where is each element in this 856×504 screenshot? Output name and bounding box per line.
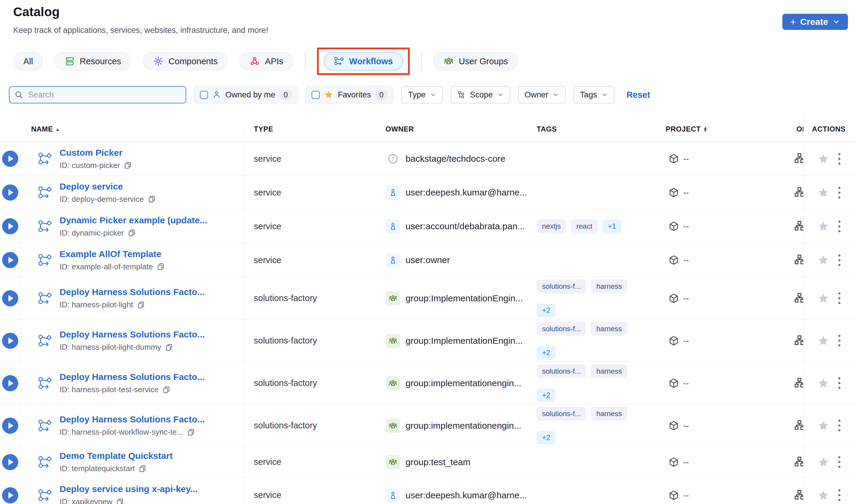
owned-by-me-filter[interactable]: Owned by me 0 bbox=[194, 86, 298, 104]
workflow-name-link[interactable]: Dynamic Picker example (update... bbox=[59, 215, 207, 226]
copy-icon[interactable] bbox=[116, 498, 124, 504]
row-menu-button[interactable] bbox=[838, 377, 840, 389]
org-icon[interactable] bbox=[794, 186, 803, 199]
project-cell: -- bbox=[663, 404, 775, 447]
org-icon[interactable] bbox=[794, 489, 803, 502]
workflow-name-link[interactable]: Deploy Harness Solutions Facto... bbox=[59, 329, 205, 340]
favorites-filter[interactable]: Favorites 0 bbox=[306, 86, 394, 104]
tab-user-groups[interactable]: User Groups bbox=[433, 52, 518, 71]
row-menu-button[interactable] bbox=[838, 153, 840, 165]
more-tags-pill[interactable]: +2 bbox=[537, 346, 555, 360]
play-cell bbox=[0, 142, 21, 176]
copy-icon[interactable] bbox=[127, 229, 136, 237]
run-workflow-button[interactable] bbox=[2, 418, 18, 434]
workflow-icon bbox=[37, 454, 53, 470]
tab-workflows-label: Workflows bbox=[349, 56, 393, 66]
run-workflow-button[interactable] bbox=[2, 218, 18, 234]
favorite-star-button[interactable] bbox=[817, 220, 829, 232]
tab-workflows[interactable]: Workflows bbox=[324, 52, 403, 71]
copy-icon[interactable] bbox=[156, 263, 165, 271]
favorite-star-button[interactable] bbox=[817, 254, 829, 266]
run-workflow-button[interactable] bbox=[2, 252, 18, 268]
header-name[interactable]: NAME ▲ bbox=[21, 125, 245, 133]
copy-icon[interactable] bbox=[187, 428, 195, 436]
run-workflow-button[interactable] bbox=[2, 375, 18, 391]
tab-user-groups-label: User Groups bbox=[459, 56, 508, 66]
copy-icon[interactable] bbox=[124, 161, 132, 169]
tab-resources[interactable]: Resources bbox=[54, 52, 132, 71]
workflow-id-label: ID: harness-pilot-workflow-sync-te... bbox=[59, 428, 183, 437]
org-icon[interactable] bbox=[794, 377, 803, 390]
run-workflow-button[interactable] bbox=[2, 333, 18, 349]
favorite-star-button[interactable] bbox=[817, 335, 829, 347]
tab-apis[interactable]: APIs bbox=[239, 52, 293, 71]
row-menu-button[interactable] bbox=[838, 292, 840, 304]
copy-icon[interactable] bbox=[138, 465, 147, 473]
run-workflow-button[interactable] bbox=[2, 454, 18, 470]
row-menu-button[interactable] bbox=[838, 187, 840, 198]
row-menu-button[interactable] bbox=[838, 456, 840, 468]
copy-icon[interactable] bbox=[165, 343, 173, 352]
org-icon[interactable] bbox=[794, 419, 803, 432]
reset-filters-link[interactable]: Reset bbox=[627, 90, 650, 100]
workflow-name-link[interactable]: Deploy Harness Solutions Facto... bbox=[59, 372, 205, 382]
row-menu-button[interactable] bbox=[838, 489, 840, 501]
run-workflow-button[interactable] bbox=[2, 151, 18, 167]
tags-dropdown[interactable]: Tags bbox=[573, 86, 615, 104]
actions-cell bbox=[803, 320, 856, 362]
type-dropdown[interactable]: Type bbox=[401, 86, 443, 104]
favorite-star-button[interactable] bbox=[817, 489, 829, 501]
more-tags-pill[interactable]: +2 bbox=[537, 303, 555, 317]
favorite-star-button[interactable] bbox=[817, 153, 829, 165]
run-workflow-button[interactable] bbox=[2, 290, 18, 306]
org-icon[interactable] bbox=[794, 292, 803, 305]
create-button[interactable]: + Create bbox=[782, 14, 848, 30]
run-workflow-button[interactable] bbox=[2, 487, 18, 503]
owner-dropdown[interactable]: Owner bbox=[518, 86, 566, 104]
org-icon[interactable] bbox=[794, 456, 803, 468]
row-menu-button[interactable] bbox=[838, 221, 840, 232]
org-icon[interactable] bbox=[794, 152, 803, 165]
tab-group-divider bbox=[305, 52, 306, 71]
workflow-name-link[interactable]: Deploy service bbox=[59, 181, 156, 192]
kebab-icon bbox=[838, 187, 840, 198]
tab-all-label: All bbox=[23, 56, 33, 66]
org-icon[interactable] bbox=[794, 220, 803, 233]
tab-components[interactable]: Components bbox=[143, 52, 228, 71]
workflow-name-link[interactable]: Custom Picker bbox=[59, 148, 132, 158]
org-cell bbox=[775, 243, 803, 277]
favorites-checkbox[interactable] bbox=[312, 91, 320, 99]
sort-both-icon: ▲▼ bbox=[703, 126, 707, 131]
org-icon[interactable] bbox=[794, 335, 803, 347]
favorite-star-button[interactable] bbox=[817, 456, 829, 468]
more-tags-pill[interactable]: +2 bbox=[537, 388, 555, 402]
copy-icon[interactable] bbox=[137, 301, 145, 309]
favorite-star-button[interactable] bbox=[817, 377, 829, 389]
copy-icon[interactable] bbox=[148, 195, 156, 203]
play-cell bbox=[0, 362, 21, 404]
copy-icon[interactable] bbox=[162, 385, 171, 394]
workflow-name-link[interactable]: Deploy Harness Solutions Facto... bbox=[59, 414, 205, 425]
search-input[interactable] bbox=[9, 86, 186, 104]
workflow-name-link[interactable]: Deploy service using x-api-key... bbox=[59, 484, 198, 494]
header-project[interactable]: PROJECT ▲▼ bbox=[663, 125, 775, 133]
type-label: service bbox=[254, 255, 281, 265]
org-cell bbox=[775, 142, 803, 176]
cube-icon bbox=[668, 154, 679, 164]
owned-by-me-checkbox[interactable] bbox=[200, 91, 208, 99]
row-menu-button[interactable] bbox=[838, 254, 840, 266]
run-workflow-button[interactable] bbox=[2, 184, 18, 201]
org-icon[interactable] bbox=[794, 254, 803, 266]
more-tags-pill[interactable]: +2 bbox=[537, 431, 555, 445]
workflow-name-link[interactable]: Deploy Harness Solutions Facto... bbox=[59, 287, 205, 297]
scope-dropdown[interactable]: Scope bbox=[451, 86, 510, 104]
tab-all[interactable]: All bbox=[13, 52, 43, 71]
favorite-star-button[interactable] bbox=[817, 186, 829, 198]
favorite-star-button[interactable] bbox=[817, 420, 829, 432]
row-menu-button[interactable] bbox=[838, 335, 840, 346]
more-tags-pill[interactable]: +1 bbox=[602, 219, 621, 233]
workflow-name-link[interactable]: Example AllOf Template bbox=[59, 249, 165, 259]
workflow-name-link[interactable]: Demo Template Quickstart bbox=[59, 451, 173, 461]
favorite-star-button[interactable] bbox=[817, 292, 829, 304]
row-menu-button[interactable] bbox=[838, 420, 840, 431]
